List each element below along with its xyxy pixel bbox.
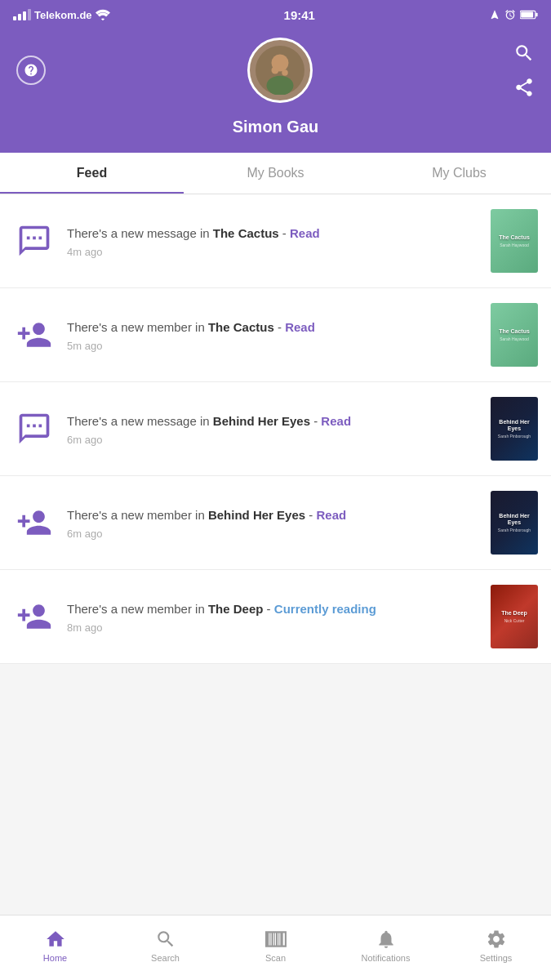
message-icon-container bbox=[13, 220, 56, 262]
carrier-label: Telekom.de bbox=[34, 9, 92, 21]
book-cover[interactable]: Behind Her Eyes Sarah Pinborough bbox=[491, 397, 538, 461]
feed-item[interactable]: There's a new member in The Deep - Curre… bbox=[0, 570, 551, 664]
header-right-icons bbox=[513, 42, 535, 98]
tab-my-clubs[interactable]: My Clubs bbox=[367, 153, 551, 194]
feed-content: There's a new member in The Cactus - Rea… bbox=[67, 318, 479, 352]
nav-settings[interactable]: Settings bbox=[441, 915, 551, 980]
feed-content: There's a new member in Behind Her Eyes … bbox=[67, 506, 479, 540]
feed-item[interactable]: There's a new message in Behind Her Eyes… bbox=[0, 382, 551, 476]
search-nav-icon bbox=[155, 929, 176, 950]
alarm-icon bbox=[504, 9, 516, 20]
feed-text: There's a new member in The Cactus - Rea… bbox=[67, 318, 479, 336]
feed-text: There's a new message in Behind Her Eyes… bbox=[67, 412, 479, 430]
member-icon-container bbox=[13, 314, 56, 356]
feed-text: There's a new member in Behind Her Eyes … bbox=[67, 506, 479, 523]
bottom-nav: Home Search Scan Notifications Settings bbox=[0, 915, 551, 980]
tab-feed[interactable]: Feed bbox=[0, 153, 184, 194]
message-icon-container bbox=[13, 408, 56, 450]
book-cover[interactable]: The Cactus Sarah Haywood bbox=[491, 209, 538, 273]
nav-scan[interactable]: Scan bbox=[220, 915, 331, 980]
battery-icon bbox=[520, 10, 538, 20]
book-cover[interactable]: The Cactus Sarah Haywood bbox=[491, 303, 538, 367]
add-member-icon bbox=[16, 505, 52, 541]
svg-rect-2 bbox=[521, 11, 533, 17]
nav-home[interactable]: Home bbox=[0, 915, 110, 980]
nav-scan-label: Scan bbox=[265, 953, 286, 963]
feed-time: 6m ago bbox=[67, 528, 479, 540]
search-button[interactable] bbox=[513, 42, 535, 64]
feed-time: 4m ago bbox=[67, 246, 479, 258]
nav-home-label: Home bbox=[43, 953, 67, 963]
feed-time: 5m ago bbox=[67, 340, 479, 352]
share-icon bbox=[513, 77, 535, 98]
svg-point-5 bbox=[266, 76, 293, 95]
scan-icon bbox=[265, 929, 287, 950]
signal-icon bbox=[13, 9, 31, 20]
nav-settings-label: Settings bbox=[480, 953, 513, 963]
member-icon-container bbox=[13, 501, 56, 544]
add-member-icon bbox=[16, 317, 52, 353]
feed-item[interactable]: There's a new member in The Cactus - Rea… bbox=[0, 288, 551, 382]
username: Simon Gau bbox=[233, 118, 319, 136]
book-cover[interactable]: Behind Her Eyes Sarah Pinborough bbox=[491, 491, 538, 555]
share-button[interactable] bbox=[513, 77, 535, 98]
status-left: Telekom.de bbox=[13, 9, 110, 21]
search-icon bbox=[513, 42, 535, 64]
home-icon bbox=[45, 929, 66, 950]
feed-item[interactable]: There's a new member in Behind Her Eyes … bbox=[0, 476, 551, 570]
profile-header: Simon Gau bbox=[0, 29, 551, 153]
avatar-image bbox=[256, 46, 304, 95]
feed-time: 8m ago bbox=[67, 621, 479, 634]
feed-content: There's a new message in Behind Her Eyes… bbox=[67, 412, 479, 446]
help-icon bbox=[24, 63, 38, 78]
wifi-icon bbox=[96, 9, 110, 20]
svg-point-6 bbox=[271, 67, 278, 74]
status-right bbox=[489, 9, 538, 20]
settings-icon bbox=[486, 929, 507, 950]
notifications-icon bbox=[375, 929, 397, 950]
status-time: 19:41 bbox=[284, 8, 315, 22]
chat-icon bbox=[16, 223, 52, 259]
member-icon-container bbox=[13, 595, 56, 638]
nav-search[interactable]: Search bbox=[110, 915, 220, 980]
feed-item[interactable]: There's a new message in The Cactus - Re… bbox=[0, 194, 551, 288]
feed-content: There's a new message in The Cactus - Re… bbox=[67, 225, 479, 258]
book-cover[interactable]: The Deep Nick Cutter bbox=[491, 585, 538, 648]
svg-point-7 bbox=[282, 69, 288, 76]
chat-icon bbox=[16, 411, 52, 447]
avatar[interactable] bbox=[247, 38, 313, 103]
nav-notifications[interactable]: Notifications bbox=[331, 915, 441, 980]
help-button[interactable] bbox=[16, 56, 46, 85]
location-icon bbox=[489, 9, 500, 20]
tabs-bar: Feed My Books My Clubs bbox=[0, 153, 551, 194]
svg-rect-1 bbox=[535, 13, 537, 17]
nav-notifications-label: Notifications bbox=[362, 953, 411, 963]
nav-search-label: Search bbox=[151, 953, 180, 963]
feed-text: There's a new message in The Cactus - Re… bbox=[67, 225, 479, 242]
feed-time: 6m ago bbox=[67, 434, 479, 446]
tab-my-books[interactable]: My Books bbox=[184, 153, 367, 194]
feed-list: There's a new message in The Cactus - Re… bbox=[0, 194, 551, 664]
status-bar: Telekom.de 19:41 bbox=[0, 0, 551, 29]
add-member-icon bbox=[16, 599, 52, 635]
feed-text: There's a new member in The Deep - Curre… bbox=[67, 600, 479, 617]
feed-content: There's a new member in The Deep - Curre… bbox=[67, 600, 479, 634]
header-top-row bbox=[16, 38, 535, 103]
